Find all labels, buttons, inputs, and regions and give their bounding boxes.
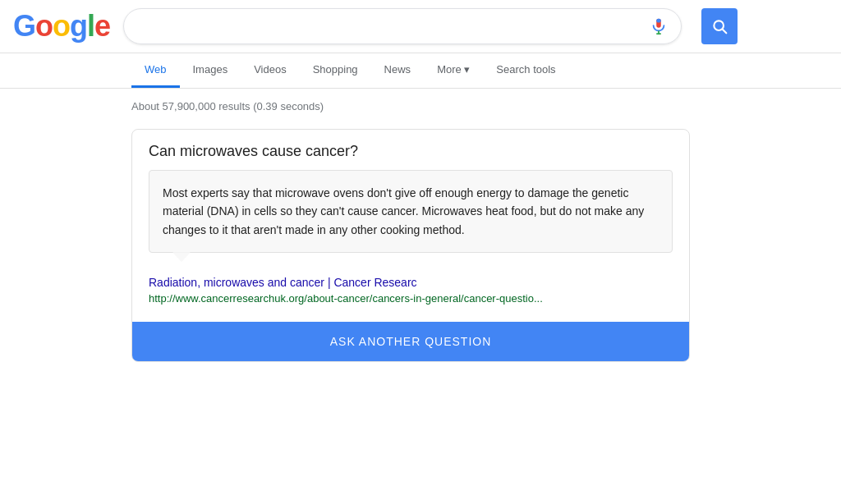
tab-videos[interactable]: Videos: [241, 53, 300, 88]
microphone-icon: [650, 17, 668, 35]
tab-news[interactable]: News: [371, 53, 425, 88]
main-content: Can microwaves cause cancer? Most expert…: [0, 121, 841, 370]
microphone-button[interactable]: [646, 14, 671, 39]
svg-line-5: [723, 30, 727, 34]
card-source-url: http://www.cancerresearchuk.org/about-ca…: [149, 292, 543, 305]
tab-web[interactable]: Web: [131, 53, 180, 88]
tab-search-tools[interactable]: Search tools: [483, 53, 568, 88]
tab-shopping[interactable]: Shopping: [300, 53, 371, 88]
tab-more[interactable]: More ▾: [424, 53, 483, 88]
search-input[interactable]: i'm feeling curious: [134, 19, 646, 34]
search-button[interactable]: [701, 8, 738, 44]
ask-another-question-button[interactable]: ASK ANOTHER QUESTION: [132, 322, 689, 361]
results-info: About 57,900,000 results (0.39 seconds): [0, 92, 841, 121]
header: Google i'm feeling curious: [0, 0, 841, 53]
card-question: Can microwaves cause cancer?: [132, 130, 689, 170]
knowledge-card: Can microwaves cause cancer? Most expert…: [131, 129, 690, 362]
google-logo[interactable]: Google: [13, 9, 110, 44]
card-answer: Most experts say that microwave ovens do…: [149, 170, 673, 253]
search-icon: [711, 18, 728, 34]
card-source-link[interactable]: Radiation, microwaves and cancer | Cance…: [149, 276, 673, 289]
nav-tabs: Web Images Videos Shopping News More ▾ S…: [0, 53, 841, 89]
search-bar: i'm feeling curious: [123, 8, 682, 44]
svg-rect-1: [656, 19, 661, 23]
card-source: Radiation, microwaves and cancer | Cance…: [132, 253, 689, 312]
tab-images[interactable]: Images: [180, 53, 241, 88]
